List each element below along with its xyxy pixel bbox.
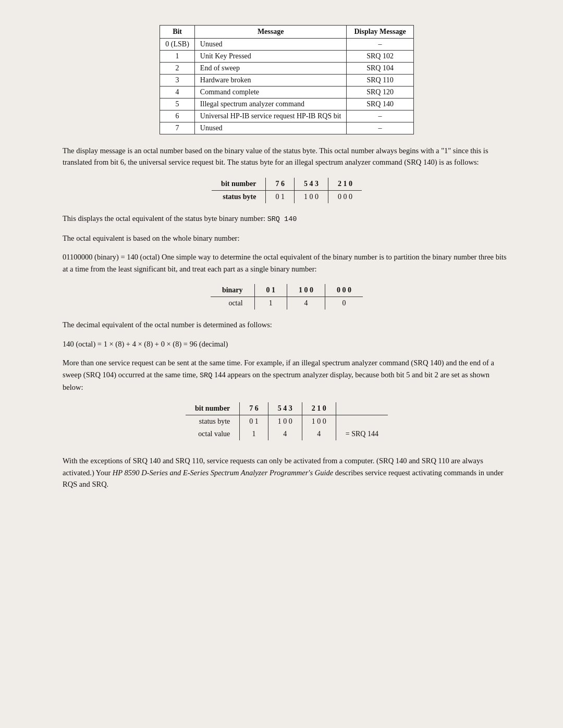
bit-table-1-wrapper: bit number 7 6 5 4 3 2 1 0 status byte 0… <box>63 178 511 203</box>
bt1-v-label: status byte <box>212 190 266 203</box>
bt2-h2: 1 0 0 <box>287 284 325 297</box>
table-cell: Universal HP-IB service request HP-IB RQ… <box>194 110 347 122</box>
bt1-v2: 1 0 0 <box>294 190 328 203</box>
bit-table2-value-row2: octal value 1 4 4 = SRQ 144 <box>186 428 388 440</box>
table-cell: SRQ 102 <box>347 51 413 63</box>
bit-table1-header-row: bit number 7 6 5 4 3 2 1 0 <box>212 178 362 191</box>
table-cell: 1 <box>160 51 195 63</box>
table-cell: 7 <box>160 122 195 134</box>
bt3-v1-suffix <box>336 415 388 428</box>
bt3-v2-1: 1 <box>240 428 268 440</box>
table-row: 3Hardware brokenSRQ 110 <box>160 75 413 87</box>
table-cell: – <box>347 39 413 51</box>
paragraph5: The decimal equivalent of the octal numb… <box>63 319 511 330</box>
bt1-h1: 7 6 <box>266 178 295 191</box>
paragraph3: The octal equivalent is based on the who… <box>63 232 511 244</box>
bt3-h-label: bit number <box>186 402 240 415</box>
table-cell: 0 (LSB) <box>160 39 195 51</box>
table-row: 0 (LSB)Unused– <box>160 39 413 51</box>
table-cell: 6 <box>160 110 195 122</box>
table-cell: – <box>347 122 413 134</box>
bt3-v2-2: 4 <box>268 428 302 440</box>
table-cell: Unused <box>194 39 347 51</box>
table-row: 4Command completeSRQ 120 <box>160 87 413 98</box>
table-cell: 2 <box>160 63 195 75</box>
bt2-header-label: binary <box>211 284 254 297</box>
bit-table1-header-label: bit number <box>212 178 266 191</box>
bit-table-2: bit number 7 6 5 4 3 2 1 0 status byte 0… <box>186 402 388 440</box>
bt1-h2: 5 4 3 <box>294 178 328 191</box>
bt2-v1: 1 <box>254 297 287 310</box>
bt3-h3: 2 1 0 <box>302 402 336 415</box>
table-row: 2End of sweepSRQ 104 <box>160 63 413 75</box>
table-cell: SRQ 120 <box>347 87 413 98</box>
bt2-h1: 0 1 <box>254 284 287 297</box>
bt1-v1: 0 1 <box>266 190 295 203</box>
paragraph4: 01100000 (binary) = 140 (octal) One simp… <box>63 251 511 275</box>
bt3-suffix-empty <box>336 402 388 415</box>
table-cell: Unit Key Pressed <box>194 51 347 63</box>
table-cell: 4 <box>160 87 195 98</box>
bt2-v2: 4 <box>287 297 325 310</box>
bt3-suffix: = SRQ 144 <box>336 428 388 440</box>
bt3-h2: 5 4 3 <box>268 402 302 415</box>
bit-table-1: bit number 7 6 5 4 3 2 1 0 status byte 0… <box>212 178 362 203</box>
status-byte-table: Bit Message Display Message 0 (LSB)Unuse… <box>160 25 413 134</box>
bit-table2-header-row: bit number 7 6 5 4 3 2 1 0 <box>186 402 388 415</box>
table-cell: Illegal spectrum analyzer command <box>194 98 347 110</box>
paragraph7: More than one service request can be sen… <box>63 357 511 393</box>
table-cell: – <box>347 110 413 122</box>
paragraph8: With the exceptions of SRQ 140 and SRQ 1… <box>63 455 511 490</box>
bt3-v1-label: status byte <box>186 415 240 428</box>
table-cell: SRQ 104 <box>347 63 413 75</box>
bt3-v2-3: 4 <box>302 428 336 440</box>
col-header-message: Message <box>194 26 347 39</box>
table-cell: 5 <box>160 98 195 110</box>
table-cell: Unused <box>194 122 347 134</box>
binary-table-value-row: octal 1 4 0 <box>211 297 363 310</box>
bt3-v1-3: 1 0 0 <box>302 415 336 428</box>
paragraph2: This displays the octal equivalent of th… <box>63 213 511 225</box>
paragraph1: The display message is an octal number b… <box>63 145 511 168</box>
table-cell: SRQ 110 <box>347 75 413 87</box>
bt1-v3: 0 0 0 <box>328 190 362 203</box>
bt3-v2-label: octal value <box>186 428 240 440</box>
bt3-v1-1: 0 1 <box>240 415 268 428</box>
table-row: 7Unused– <box>160 122 413 134</box>
bit-table-2-wrapper: bit number 7 6 5 4 3 2 1 0 status byte 0… <box>63 402 511 440</box>
table-row: 5Illegal spectrum analyzer commandSRQ 14… <box>160 98 413 110</box>
table-cell: 3 <box>160 75 195 87</box>
bit-table1-value-row: status byte 0 1 1 0 0 0 0 0 <box>212 190 362 203</box>
binary-table-wrapper: binary 0 1 1 0 0 0 0 0 octal 1 4 0 <box>63 284 511 310</box>
table-cell: End of sweep <box>194 63 347 75</box>
bt3-v1-2: 1 0 0 <box>268 415 302 428</box>
table-cell: SRQ 140 <box>347 98 413 110</box>
page-content: Bit Message Display Message 0 (LSB)Unuse… <box>63 25 511 490</box>
col-header-bit: Bit <box>160 26 195 39</box>
paragraph6: 140 (octal) = 1 × (8) + 4 × (8) + 0 × (8… <box>63 338 511 350</box>
bt3-h1: 7 6 <box>240 402 268 415</box>
bt2-h3: 0 0 0 <box>325 284 363 297</box>
bit-table2-value-row1: status byte 0 1 1 0 0 1 0 0 <box>186 415 388 428</box>
bt1-h3: 2 1 0 <box>328 178 362 191</box>
table-row: 1Unit Key PressedSRQ 102 <box>160 51 413 63</box>
bt2-v3: 0 <box>325 297 363 310</box>
binary-table-header-row: binary 0 1 1 0 0 0 0 0 <box>211 284 363 297</box>
table-cell: Hardware broken <box>194 75 347 87</box>
col-header-display: Display Message <box>347 26 413 39</box>
binary-table: binary 0 1 1 0 0 0 0 0 octal 1 4 0 <box>211 284 363 310</box>
bt2-v-label: octal <box>211 297 254 310</box>
table-cell: Command complete <box>194 87 347 98</box>
table-row: 6Universal HP-IB service request HP-IB R… <box>160 110 413 122</box>
